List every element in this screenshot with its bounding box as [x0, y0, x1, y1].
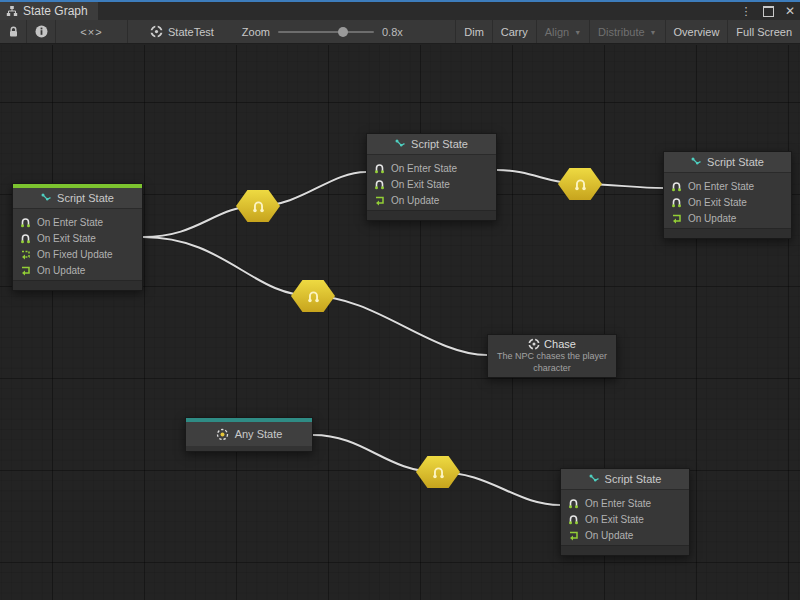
lock-icon [8, 26, 19, 38]
carry-button[interactable]: Carry [493, 20, 537, 43]
update-icon [568, 530, 579, 541]
callback-label: On Exit State [585, 514, 644, 525]
node-chase[interactable]: Chase The NPC chases the player characte… [487, 334, 617, 378]
callback-label: On Fixed Update [37, 249, 113, 260]
lock-button[interactable] [0, 20, 27, 43]
exit-state-icon [568, 514, 579, 525]
callback-row: On Enter State [664, 178, 791, 194]
node-header: Any State [186, 422, 312, 446]
distribute-dropdown[interactable]: Distribute ▼ [590, 20, 665, 43]
update-icon [20, 265, 31, 276]
maximize-icon[interactable] [762, 4, 774, 18]
node-body: On Enter State On Exit State On Fixed Up… [13, 209, 142, 280]
callback-row: On Enter State [367, 160, 496, 176]
fixed-update-icon [20, 249, 31, 260]
graph-asset-name: StateTest [168, 26, 214, 38]
titlebar: State Graph ⋮ ✕ [0, 0, 800, 20]
node-script-state-2[interactable]: Script State On Enter State On Exit Stat… [366, 133, 497, 221]
script-state-icon [691, 157, 702, 168]
node-script-state-4[interactable]: Script State On Enter State On Exit Stat… [560, 468, 690, 556]
window-menu-icon[interactable]: ⋮ [740, 4, 752, 18]
enter-state-icon [20, 217, 31, 228]
dim-button[interactable]: Dim [455, 20, 493, 43]
node-footer [186, 446, 312, 451]
distribute-label: Distribute [598, 26, 644, 38]
callback-label: On Update [688, 213, 736, 224]
node-script-state-3[interactable]: Script State On Enter State On Exit Stat… [663, 151, 792, 239]
transition-node-1[interactable] [236, 190, 280, 222]
callback-label: On Enter State [585, 498, 651, 509]
callback-row: On Fixed Update [13, 246, 142, 262]
toolbar-spacer [409, 20, 455, 43]
graph-canvas[interactable]: Script State On Enter State On Exit Stat… [0, 45, 800, 600]
exit-state-icon [20, 233, 31, 244]
callback-label: On Update [37, 265, 85, 276]
node-script-state-1[interactable]: Script State On Enter State On Exit Stat… [12, 183, 143, 291]
node-title: Script State [57, 192, 114, 204]
script-state-icon [589, 474, 600, 485]
node-body: On Enter State On Exit State On Update [561, 490, 689, 545]
node-footer [367, 210, 496, 220]
chevron-down-icon: ▼ [650, 29, 657, 36]
transition-node-3[interactable] [291, 280, 335, 312]
zoom-slider-thumb[interactable] [338, 27, 348, 37]
callback-label: On Enter State [37, 217, 103, 228]
node-body: On Enter State On Exit State On Update [367, 155, 496, 210]
transition-icon [252, 200, 265, 213]
node-header: Script State [561, 469, 689, 490]
node-title: Any State [235, 428, 283, 440]
node-subtitle: The NPC chases the player character [493, 351, 611, 374]
callback-row: On Update [367, 192, 496, 208]
callback-label: On Exit State [37, 233, 96, 244]
transition-node-4[interactable] [416, 456, 460, 488]
window-controls: ⋮ ✕ [740, 2, 796, 20]
script-state-icon [41, 193, 52, 204]
code-icon: <×> [80, 26, 102, 38]
node-header: Script State [367, 134, 496, 155]
transition-icon [307, 290, 320, 303]
callback-row: On Update [13, 262, 142, 278]
node-footer [561, 545, 689, 555]
align-dropdown[interactable]: Align ▼ [537, 20, 590, 43]
node-title: Script State [411, 138, 468, 150]
node-header: Chase [528, 338, 576, 350]
callback-label: On Enter State [391, 163, 457, 174]
info-icon [35, 25, 48, 38]
fullscreen-button[interactable]: Full Screen [728, 20, 800, 43]
zoom-slider[interactable] [278, 20, 374, 43]
transition-icon [574, 178, 587, 191]
move-icon [150, 25, 163, 38]
chevron-down-icon: ▼ [574, 29, 581, 36]
node-footer [664, 228, 791, 238]
window-focus-accent [0, 0, 800, 2]
callback-label: On Enter State [688, 181, 754, 192]
script-state-icon [395, 139, 406, 150]
toolbar-gap [128, 20, 142, 43]
zoom-control: Zoom 0.8x [236, 20, 409, 43]
node-title: Script State [707, 156, 764, 168]
node-footer [13, 280, 142, 290]
node-any-state[interactable]: Any State [185, 417, 313, 452]
node-title: Script State [605, 473, 662, 485]
code-button[interactable]: <×> [56, 20, 128, 43]
close-icon[interactable]: ✕ [784, 4, 796, 18]
callback-row: On Exit State [561, 511, 689, 527]
node-header: Script State [664, 152, 791, 173]
node-body: On Enter State On Exit State On Update [664, 173, 791, 228]
info-button[interactable] [27, 20, 56, 43]
overview-button[interactable]: Overview [666, 20, 729, 43]
node-title: Chase [544, 338, 576, 350]
enter-state-icon [374, 163, 385, 174]
callback-row: On Update [561, 527, 689, 543]
exit-state-icon [671, 197, 682, 208]
tab-state-graph[interactable]: State Graph [0, 2, 98, 20]
zoom-label: Zoom [242, 26, 270, 38]
callback-label: On Exit State [688, 197, 747, 208]
zoom-slider-track[interactable] [278, 31, 374, 33]
transition-node-2[interactable] [558, 168, 602, 200]
graph-asset-button[interactable]: StateTest [142, 20, 222, 43]
callback-row: On Enter State [561, 495, 689, 511]
graph-icon [6, 5, 18, 17]
callback-row: On Exit State [13, 230, 142, 246]
update-icon [374, 195, 385, 206]
